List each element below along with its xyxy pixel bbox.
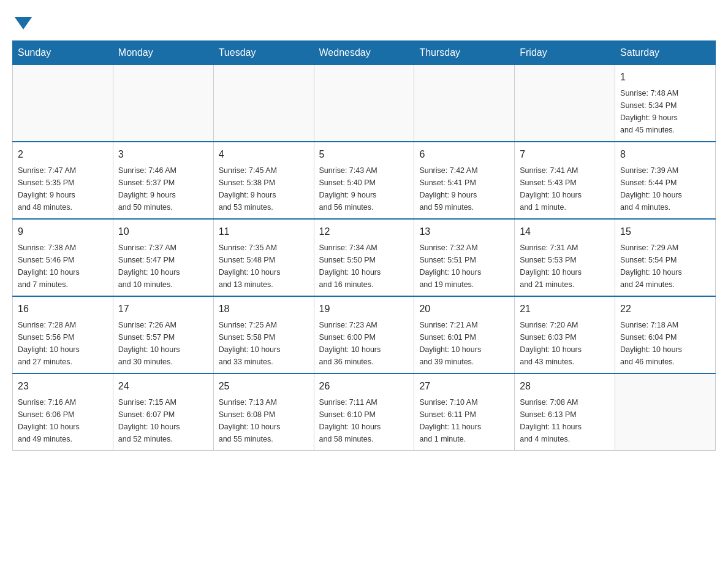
- calendar-cell: 10Sunrise: 7:37 AMSunset: 5:47 PMDayligh…: [113, 219, 213, 296]
- calendar-cell: 15Sunrise: 7:29 AMSunset: 5:54 PMDayligh…: [615, 219, 716, 296]
- page-header: [12, 12, 716, 28]
- calendar-cell: [515, 65, 615, 142]
- calendar-cell: 17Sunrise: 7:26 AMSunset: 5:57 PMDayligh…: [113, 296, 213, 373]
- calendar-header-row: SundayMondayTuesdayWednesdayThursdayFrid…: [13, 41, 716, 65]
- day-number: 6: [419, 147, 509, 162]
- day-info: Sunrise: 7:34 AMSunset: 5:50 PMDaylight:…: [319, 242, 409, 291]
- day-info: Sunrise: 7:32 AMSunset: 5:51 PMDaylight:…: [419, 242, 509, 291]
- day-header-saturday: Saturday: [615, 41, 716, 65]
- day-number: 18: [219, 302, 309, 316]
- day-number: 9: [18, 224, 108, 239]
- day-info: Sunrise: 7:10 AMSunset: 6:11 PMDaylight:…: [419, 396, 509, 445]
- calendar-cell: 6Sunrise: 7:42 AMSunset: 5:41 PMDaylight…: [414, 142, 515, 219]
- calendar-week-row: 2Sunrise: 7:47 AMSunset: 5:35 PMDaylight…: [13, 142, 716, 219]
- calendar-cell: 5Sunrise: 7:43 AMSunset: 5:40 PMDaylight…: [314, 142, 414, 219]
- day-info: Sunrise: 7:48 AMSunset: 5:34 PMDaylight:…: [620, 87, 710, 136]
- calendar-week-row: 16Sunrise: 7:28 AMSunset: 5:56 PMDayligh…: [13, 296, 716, 373]
- day-info: Sunrise: 7:13 AMSunset: 6:08 PMDaylight:…: [219, 396, 309, 445]
- day-number: 26: [319, 379, 409, 394]
- calendar-cell: 23Sunrise: 7:16 AMSunset: 6:06 PMDayligh…: [13, 373, 113, 451]
- calendar-cell: 26Sunrise: 7:11 AMSunset: 6:10 PMDayligh…: [314, 373, 414, 451]
- calendar-cell: 22Sunrise: 7:18 AMSunset: 6:04 PMDayligh…: [615, 296, 716, 373]
- logo: [12, 12, 32, 28]
- day-header-wednesday: Wednesday: [314, 41, 414, 65]
- day-info: Sunrise: 7:45 AMSunset: 5:38 PMDaylight:…: [219, 164, 309, 213]
- calendar-cell: 27Sunrise: 7:10 AMSunset: 6:11 PMDayligh…: [414, 373, 515, 451]
- day-header-friday: Friday: [515, 41, 615, 65]
- day-info: Sunrise: 7:26 AMSunset: 5:57 PMDaylight:…: [118, 319, 208, 368]
- day-number: 17: [118, 302, 208, 316]
- day-number: 25: [219, 379, 309, 394]
- day-number: 10: [118, 224, 208, 239]
- day-number: 24: [118, 379, 208, 394]
- calendar-cell: 25Sunrise: 7:13 AMSunset: 6:08 PMDayligh…: [213, 373, 314, 451]
- calendar-cell: 20Sunrise: 7:21 AMSunset: 6:01 PMDayligh…: [414, 296, 515, 373]
- day-number: 2: [18, 147, 108, 162]
- day-number: 16: [18, 302, 108, 316]
- calendar-cell: 18Sunrise: 7:25 AMSunset: 5:58 PMDayligh…: [213, 296, 314, 373]
- calendar-cell: [414, 65, 515, 142]
- calendar-cell: 14Sunrise: 7:31 AMSunset: 5:53 PMDayligh…: [515, 219, 615, 296]
- calendar-cell: 1Sunrise: 7:48 AMSunset: 5:34 PMDaylight…: [615, 65, 716, 142]
- calendar-cell: 28Sunrise: 7:08 AMSunset: 6:13 PMDayligh…: [515, 373, 615, 451]
- day-header-monday: Monday: [113, 41, 213, 65]
- day-number: 23: [18, 379, 108, 394]
- calendar-cell: [13, 65, 113, 142]
- day-number: 20: [419, 302, 509, 316]
- day-info: Sunrise: 7:35 AMSunset: 5:48 PMDaylight:…: [219, 242, 309, 291]
- calendar-cell: 4Sunrise: 7:45 AMSunset: 5:38 PMDaylight…: [213, 142, 314, 219]
- day-info: Sunrise: 7:20 AMSunset: 6:03 PMDaylight:…: [520, 319, 610, 368]
- day-info: Sunrise: 7:16 AMSunset: 6:06 PMDaylight:…: [18, 396, 108, 445]
- day-header-tuesday: Tuesday: [213, 41, 314, 65]
- day-number: 8: [620, 147, 710, 162]
- day-number: 5: [319, 147, 409, 162]
- calendar-cell: 16Sunrise: 7:28 AMSunset: 5:56 PMDayligh…: [13, 296, 113, 373]
- day-info: Sunrise: 7:39 AMSunset: 5:44 PMDaylight:…: [620, 164, 710, 213]
- calendar-cell: 21Sunrise: 7:20 AMSunset: 6:03 PMDayligh…: [515, 296, 615, 373]
- calendar-week-row: 9Sunrise: 7:38 AMSunset: 5:46 PMDaylight…: [13, 219, 716, 296]
- calendar-cell: [213, 65, 314, 142]
- day-number: 27: [419, 379, 509, 394]
- day-number: 14: [520, 224, 610, 239]
- day-number: 7: [520, 147, 610, 162]
- day-number: 21: [520, 302, 610, 316]
- calendar-cell: 13Sunrise: 7:32 AMSunset: 5:51 PMDayligh…: [414, 219, 515, 296]
- day-info: Sunrise: 7:37 AMSunset: 5:47 PMDaylight:…: [118, 242, 208, 291]
- day-number: 12: [319, 224, 409, 239]
- day-number: 15: [620, 224, 710, 239]
- day-info: Sunrise: 7:15 AMSunset: 6:07 PMDaylight:…: [118, 396, 208, 445]
- day-number: 19: [319, 302, 409, 316]
- calendar-cell: 3Sunrise: 7:46 AMSunset: 5:37 PMDaylight…: [113, 142, 213, 219]
- day-number: 28: [520, 379, 610, 394]
- day-info: Sunrise: 7:25 AMSunset: 5:58 PMDaylight:…: [219, 319, 309, 368]
- calendar-cell: [615, 373, 716, 451]
- calendar-week-row: 23Sunrise: 7:16 AMSunset: 6:06 PMDayligh…: [13, 373, 716, 451]
- day-header-thursday: Thursday: [414, 41, 515, 65]
- day-number: 13: [419, 224, 509, 239]
- day-info: Sunrise: 7:18 AMSunset: 6:04 PMDaylight:…: [620, 319, 710, 368]
- calendar-cell: 9Sunrise: 7:38 AMSunset: 5:46 PMDaylight…: [13, 219, 113, 296]
- day-info: Sunrise: 7:43 AMSunset: 5:40 PMDaylight:…: [319, 164, 409, 213]
- calendar-cell: 2Sunrise: 7:47 AMSunset: 5:35 PMDaylight…: [13, 142, 113, 219]
- calendar-cell: 11Sunrise: 7:35 AMSunset: 5:48 PMDayligh…: [213, 219, 314, 296]
- day-number: 4: [219, 147, 309, 162]
- day-number: 22: [620, 302, 710, 316]
- calendar-cell: 24Sunrise: 7:15 AMSunset: 6:07 PMDayligh…: [113, 373, 213, 451]
- day-info: Sunrise: 7:11 AMSunset: 6:10 PMDaylight:…: [319, 396, 409, 445]
- day-info: Sunrise: 7:21 AMSunset: 6:01 PMDaylight:…: [419, 319, 509, 368]
- day-info: Sunrise: 7:28 AMSunset: 5:56 PMDaylight:…: [18, 319, 108, 368]
- day-info: Sunrise: 7:23 AMSunset: 6:00 PMDaylight:…: [319, 319, 409, 368]
- day-number: 1: [620, 70, 710, 85]
- day-info: Sunrise: 7:08 AMSunset: 6:13 PMDaylight:…: [520, 396, 610, 445]
- day-info: Sunrise: 7:42 AMSunset: 5:41 PMDaylight:…: [419, 164, 509, 213]
- day-info: Sunrise: 7:38 AMSunset: 5:46 PMDaylight:…: [18, 242, 108, 291]
- calendar-cell: [314, 65, 414, 142]
- day-info: Sunrise: 7:41 AMSunset: 5:43 PMDaylight:…: [520, 164, 610, 213]
- calendar-cell: 8Sunrise: 7:39 AMSunset: 5:44 PMDaylight…: [615, 142, 716, 219]
- logo-arrow-icon: [15, 17, 32, 29]
- day-info: Sunrise: 7:46 AMSunset: 5:37 PMDaylight:…: [118, 164, 208, 213]
- day-number: 3: [118, 147, 208, 162]
- calendar-cell: [113, 65, 213, 142]
- calendar-table: SundayMondayTuesdayWednesdayThursdayFrid…: [12, 40, 716, 451]
- day-info: Sunrise: 7:29 AMSunset: 5:54 PMDaylight:…: [620, 242, 710, 291]
